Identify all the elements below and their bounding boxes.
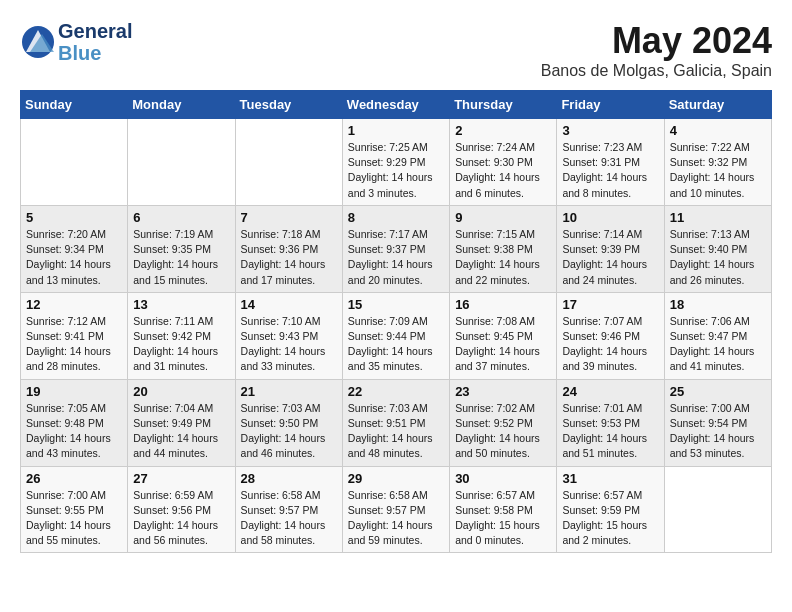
day-info: Sunrise: 7:09 AM Sunset: 9:44 PM Dayligh… [348,314,444,375]
day-of-week-header: Friday [557,91,664,119]
day-info: Sunrise: 6:58 AM Sunset: 9:57 PM Dayligh… [241,488,337,549]
day-number: 11 [670,210,766,225]
calendar-week-row: 5Sunrise: 7:20 AM Sunset: 9:34 PM Daylig… [21,205,772,292]
day-number: 5 [26,210,122,225]
calendar-cell: 15Sunrise: 7:09 AM Sunset: 9:44 PM Dayli… [342,292,449,379]
day-of-week-header: Tuesday [235,91,342,119]
calendar-week-row: 1Sunrise: 7:25 AM Sunset: 9:29 PM Daylig… [21,119,772,206]
day-number: 16 [455,297,551,312]
title-block: May 2024 Banos de Molgas, Galicia, Spain [541,20,772,80]
calendar-cell: 28Sunrise: 6:58 AM Sunset: 9:57 PM Dayli… [235,466,342,553]
day-info: Sunrise: 7:05 AM Sunset: 9:48 PM Dayligh… [26,401,122,462]
calendar-cell: 18Sunrise: 7:06 AM Sunset: 9:47 PM Dayli… [664,292,771,379]
calendar-cell: 1Sunrise: 7:25 AM Sunset: 9:29 PM Daylig… [342,119,449,206]
calendar-cell [235,119,342,206]
calendar-cell: 30Sunrise: 6:57 AM Sunset: 9:58 PM Dayli… [450,466,557,553]
day-of-week-header: Thursday [450,91,557,119]
day-number: 2 [455,123,551,138]
calendar-cell: 12Sunrise: 7:12 AM Sunset: 9:41 PM Dayli… [21,292,128,379]
calendar-cell: 4Sunrise: 7:22 AM Sunset: 9:32 PM Daylig… [664,119,771,206]
calendar-cell: 27Sunrise: 6:59 AM Sunset: 9:56 PM Dayli… [128,466,235,553]
day-info: Sunrise: 6:59 AM Sunset: 9:56 PM Dayligh… [133,488,229,549]
day-of-week-header: Monday [128,91,235,119]
day-number: 23 [455,384,551,399]
day-number: 3 [562,123,658,138]
day-number: 22 [348,384,444,399]
main-title: May 2024 [541,20,772,62]
day-of-week-header: Saturday [664,91,771,119]
day-info: Sunrise: 7:15 AM Sunset: 9:38 PM Dayligh… [455,227,551,288]
day-info: Sunrise: 7:11 AM Sunset: 9:42 PM Dayligh… [133,314,229,375]
day-info: Sunrise: 7:00 AM Sunset: 9:54 PM Dayligh… [670,401,766,462]
calendar-week-row: 12Sunrise: 7:12 AM Sunset: 9:41 PM Dayli… [21,292,772,379]
day-number: 30 [455,471,551,486]
calendar-cell: 19Sunrise: 7:05 AM Sunset: 9:48 PM Dayli… [21,379,128,466]
day-of-week-header: Wednesday [342,91,449,119]
calendar-cell [664,466,771,553]
day-info: Sunrise: 7:02 AM Sunset: 9:52 PM Dayligh… [455,401,551,462]
day-number: 10 [562,210,658,225]
day-info: Sunrise: 7:17 AM Sunset: 9:37 PM Dayligh… [348,227,444,288]
logo-icon [20,24,56,60]
day-number: 17 [562,297,658,312]
calendar-table: SundayMondayTuesdayWednesdayThursdayFrid… [20,90,772,553]
day-number: 21 [241,384,337,399]
calendar-cell: 10Sunrise: 7:14 AM Sunset: 9:39 PM Dayli… [557,205,664,292]
day-number: 1 [348,123,444,138]
day-info: Sunrise: 7:12 AM Sunset: 9:41 PM Dayligh… [26,314,122,375]
day-number: 15 [348,297,444,312]
calendar-cell: 22Sunrise: 7:03 AM Sunset: 9:51 PM Dayli… [342,379,449,466]
day-info: Sunrise: 7:01 AM Sunset: 9:53 PM Dayligh… [562,401,658,462]
day-info: Sunrise: 7:24 AM Sunset: 9:30 PM Dayligh… [455,140,551,201]
calendar-cell: 20Sunrise: 7:04 AM Sunset: 9:49 PM Dayli… [128,379,235,466]
calendar-cell [21,119,128,206]
calendar-header-row: SundayMondayTuesdayWednesdayThursdayFrid… [21,91,772,119]
day-number: 18 [670,297,766,312]
calendar-cell: 24Sunrise: 7:01 AM Sunset: 9:53 PM Dayli… [557,379,664,466]
day-number: 13 [133,297,229,312]
day-info: Sunrise: 7:08 AM Sunset: 9:45 PM Dayligh… [455,314,551,375]
day-info: Sunrise: 7:22 AM Sunset: 9:32 PM Dayligh… [670,140,766,201]
calendar-cell: 13Sunrise: 7:11 AM Sunset: 9:42 PM Dayli… [128,292,235,379]
day-number: 28 [241,471,337,486]
day-number: 25 [670,384,766,399]
day-info: Sunrise: 7:10 AM Sunset: 9:43 PM Dayligh… [241,314,337,375]
day-info: Sunrise: 7:20 AM Sunset: 9:34 PM Dayligh… [26,227,122,288]
calendar-week-row: 26Sunrise: 7:00 AM Sunset: 9:55 PM Dayli… [21,466,772,553]
day-number: 19 [26,384,122,399]
calendar-cell: 21Sunrise: 7:03 AM Sunset: 9:50 PM Dayli… [235,379,342,466]
day-number: 14 [241,297,337,312]
day-of-week-header: Sunday [21,91,128,119]
day-number: 8 [348,210,444,225]
day-number: 7 [241,210,337,225]
calendar-cell: 8Sunrise: 7:17 AM Sunset: 9:37 PM Daylig… [342,205,449,292]
calendar-cell: 26Sunrise: 7:00 AM Sunset: 9:55 PM Dayli… [21,466,128,553]
logo-text2: Blue [58,42,132,64]
day-number: 6 [133,210,229,225]
calendar-cell: 11Sunrise: 7:13 AM Sunset: 9:40 PM Dayli… [664,205,771,292]
calendar-cell: 29Sunrise: 6:58 AM Sunset: 9:57 PM Dayli… [342,466,449,553]
calendar-cell: 25Sunrise: 7:00 AM Sunset: 9:54 PM Dayli… [664,379,771,466]
day-info: Sunrise: 7:03 AM Sunset: 9:51 PM Dayligh… [348,401,444,462]
day-info: Sunrise: 6:58 AM Sunset: 9:57 PM Dayligh… [348,488,444,549]
logo: General Blue [20,20,132,64]
calendar-cell: 5Sunrise: 7:20 AM Sunset: 9:34 PM Daylig… [21,205,128,292]
day-info: Sunrise: 7:25 AM Sunset: 9:29 PM Dayligh… [348,140,444,201]
day-number: 29 [348,471,444,486]
calendar-cell: 16Sunrise: 7:08 AM Sunset: 9:45 PM Dayli… [450,292,557,379]
calendar-cell: 31Sunrise: 6:57 AM Sunset: 9:59 PM Dayli… [557,466,664,553]
day-info: Sunrise: 6:57 AM Sunset: 9:58 PM Dayligh… [455,488,551,549]
calendar-cell: 23Sunrise: 7:02 AM Sunset: 9:52 PM Dayli… [450,379,557,466]
day-number: 24 [562,384,658,399]
day-info: Sunrise: 7:07 AM Sunset: 9:46 PM Dayligh… [562,314,658,375]
day-info: Sunrise: 7:23 AM Sunset: 9:31 PM Dayligh… [562,140,658,201]
calendar-cell: 6Sunrise: 7:19 AM Sunset: 9:35 PM Daylig… [128,205,235,292]
calendar-cell: 14Sunrise: 7:10 AM Sunset: 9:43 PM Dayli… [235,292,342,379]
day-info: Sunrise: 7:13 AM Sunset: 9:40 PM Dayligh… [670,227,766,288]
day-info: Sunrise: 7:19 AM Sunset: 9:35 PM Dayligh… [133,227,229,288]
day-info: Sunrise: 7:04 AM Sunset: 9:49 PM Dayligh… [133,401,229,462]
day-number: 26 [26,471,122,486]
day-info: Sunrise: 7:00 AM Sunset: 9:55 PM Dayligh… [26,488,122,549]
day-info: Sunrise: 6:57 AM Sunset: 9:59 PM Dayligh… [562,488,658,549]
day-number: 20 [133,384,229,399]
